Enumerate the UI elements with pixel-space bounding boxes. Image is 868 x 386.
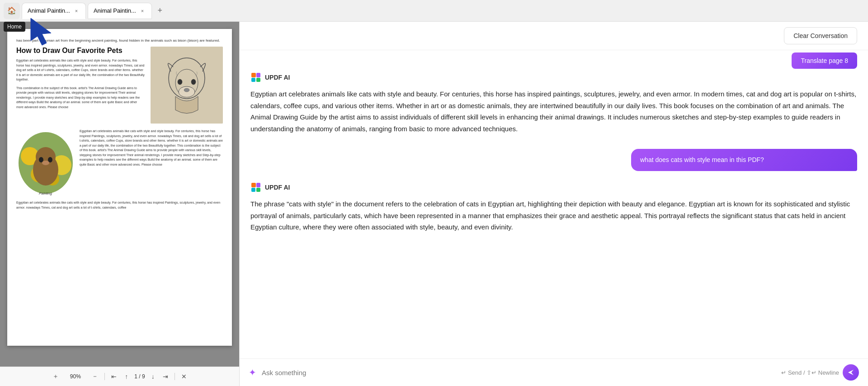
svg-rect-20 <box>251 73 256 77</box>
zoom-in-button[interactable]: ＋ <box>51 371 61 382</box>
ai-messages-container[interactable]: UPDF AI Egyptian art celebrates animals … <box>240 61 868 358</box>
tab-2-label: Animal Paintin... <box>94 7 136 14</box>
sparkle-icon: ✦ <box>249 367 256 378</box>
input-actions: ↵ Send / ⇧↵ Newline <box>781 364 859 381</box>
first-page-button[interactable]: ⇤ <box>109 371 118 382</box>
pdf-cat-flower-image: Painting <box>16 129 75 197</box>
svg-point-5 <box>184 88 189 92</box>
pdf-body2: This combination is the subject of this … <box>16 86 145 110</box>
toolbar-divider-1 <box>104 373 105 380</box>
pdf-intro-text: has been part of human art from the begi… <box>16 38 223 43</box>
svg-text:Painting: Painting <box>39 191 52 195</box>
ai-label-2: UPDF AI <box>265 184 290 191</box>
next-page-button[interactable]: ↓ <box>150 371 156 382</box>
pdf-body1: Egyptian art celebrates animals like cat… <box>16 58 145 82</box>
svg-rect-25 <box>251 183 256 187</box>
tab-2-close[interactable]: × <box>139 7 146 14</box>
pdf-text-col: How to Draw Our Favorite Pets Egyptian a… <box>16 47 145 124</box>
pdf-toolbar: ＋ 90% － ⇤ ↑ 1 / 9 ↓ ⇥ ✕ <box>0 367 239 386</box>
toolbar-divider-2 <box>175 373 175 380</box>
pdf-heading-section: How to Draw Our Favorite Pets Egyptian a… <box>16 47 223 124</box>
send-shortcut-label: ↵ Send / ⇧↵ Newline <box>781 369 839 376</box>
translate-page-button[interactable]: Translate page 8 <box>792 52 857 69</box>
tab-1[interactable]: Animal Paintin... × <box>22 3 86 19</box>
page-info: 1 / 9 <box>134 373 145 380</box>
pdf-col-text2: Egyptian art celebrates animals like cat… <box>16 200 223 210</box>
ask-input[interactable] <box>262 369 776 376</box>
ai-logo-row-1: UPDF AI <box>250 72 857 83</box>
tab-1-label: Animal Paintin... <box>28 7 70 14</box>
ai-logo-row-2: UPDF AI <box>250 182 857 193</box>
svg-rect-28 <box>256 188 260 192</box>
svg-rect-26 <box>256 183 260 187</box>
pdf-page: has been part of human art from the begi… <box>7 29 232 346</box>
updf-icon-1 <box>250 72 261 83</box>
close-button[interactable]: ✕ <box>179 371 189 382</box>
updf-icon-2 <box>250 182 261 193</box>
pdf-panel: has been part of human art from the begi… <box>0 22 240 386</box>
ai-response-1: UPDF AI Egyptian art celebrates animals … <box>250 72 857 134</box>
zoom-level: 90% <box>65 373 85 380</box>
pdf-section2-text: Egyptian art celebrates animals like cat… <box>80 129 223 197</box>
svg-point-6 <box>178 79 182 85</box>
ai-chat-panel: Clear Conversation Translate page 8 <box>240 22 868 386</box>
svg-rect-27 <box>251 188 255 192</box>
pdf-col-text: Egyptian art celebrates animals like cat… <box>80 129 223 167</box>
home-button[interactable]: 🏠 <box>4 3 20 19</box>
clear-conversation-button[interactable]: Clear Conversation <box>784 27 857 44</box>
ai-top-bar: Clear Conversation <box>240 22 868 50</box>
ai-response-2: UPDF AI The phrase "cats with style" in … <box>250 182 857 233</box>
svg-rect-21 <box>256 73 260 77</box>
pdf-heading: How to Draw Our Favorite Pets <box>16 47 145 55</box>
svg-point-7 <box>191 79 196 85</box>
ai-label-1: UPDF AI <box>265 74 290 81</box>
zoom-out-button[interactable]: － <box>90 371 100 382</box>
tab-2[interactable]: Animal Paintin... × <box>88 3 152 19</box>
pdf-dog-image <box>151 47 223 124</box>
ai-input-area: ✦ ↵ Send / ⇧↵ Newline <box>240 358 868 386</box>
tab-1-close[interactable]: × <box>73 7 80 14</box>
add-tab-button[interactable]: + <box>154 5 166 17</box>
pdf-content-area[interactable]: has been part of human art from the begi… <box>0 22 239 367</box>
svg-rect-22 <box>251 78 255 82</box>
top-bar: 🏠 Home Animal Paintin... × Animal Painti… <box>0 0 868 22</box>
svg-rect-23 <box>256 78 260 82</box>
ai-response-text-1: Egyptian art celebrates animals like cat… <box>250 88 857 134</box>
send-button[interactable] <box>843 364 859 381</box>
home-tooltip: Home <box>4 22 25 32</box>
prev-page-button[interactable]: ↑ <box>123 371 130 382</box>
svg-point-17 <box>42 161 49 165</box>
user-message-1: what does cats with style mean in this P… <box>631 149 857 171</box>
main-content: has been part of human art from the begi… <box>0 22 868 386</box>
translate-row: Translate page 8 <box>240 50 868 61</box>
pdf-section-2: Painting Egyptian art celebrates animals… <box>16 129 223 197</box>
last-page-button[interactable]: ⇥ <box>161 371 170 382</box>
ai-response-text-2: The phrase "cats with style" in the docu… <box>250 198 857 233</box>
